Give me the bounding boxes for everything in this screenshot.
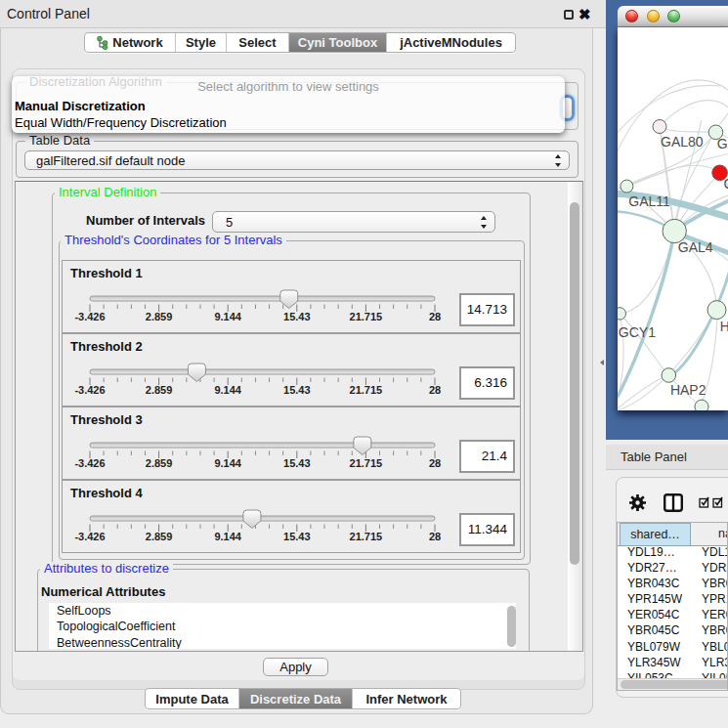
svg-text:GAL4: GAL4 [678,239,713,255]
svg-text:2.859: 2.859 [146,384,173,396]
svg-text:-3.426: -3.426 [74,531,105,542]
svg-text:28: 28 [429,531,441,542]
svg-text:28: 28 [429,384,441,396]
svg-text:28: 28 [429,457,441,469]
svg-text:GAL80: GAL80 [661,134,704,150]
svg-text:CY: CY [723,176,728,192]
svg-text:2.859: 2.859 [146,531,173,542]
svg-text:2.859: 2.859 [146,457,173,469]
svg-text:28: 28 [429,311,441,322]
svg-text:9.144: 9.144 [214,457,241,469]
svg-text:-3.426: -3.426 [74,311,105,322]
svg-text:15.43: 15.43 [283,457,311,469]
svg-text:9.144: 9.144 [214,384,241,396]
svg-text:GA: GA [717,136,728,151]
svg-text:2.859: 2.859 [146,311,173,322]
svg-text:15.43: 15.43 [283,311,311,322]
svg-text:-3.426: -3.426 [74,457,105,469]
svg-text:-3.426: -3.426 [74,384,105,396]
svg-text:21.715: 21.715 [350,384,383,396]
svg-text:GAL11: GAL11 [628,193,670,209]
svg-text:21.715: 21.715 [350,531,383,542]
svg-text:21.715: 21.715 [350,311,383,322]
svg-text:15.43: 15.43 [283,531,311,542]
svg-text:9.144: 9.144 [214,531,241,542]
svg-text:15.43: 15.43 [283,384,311,396]
svg-text:H: H [720,319,728,334]
svg-text:HAP2: HAP2 [670,382,707,398]
svg-text:9.144: 9.144 [214,311,241,322]
svg-text:21.715: 21.715 [350,457,383,469]
svg-text:GCY1: GCY1 [619,324,656,340]
